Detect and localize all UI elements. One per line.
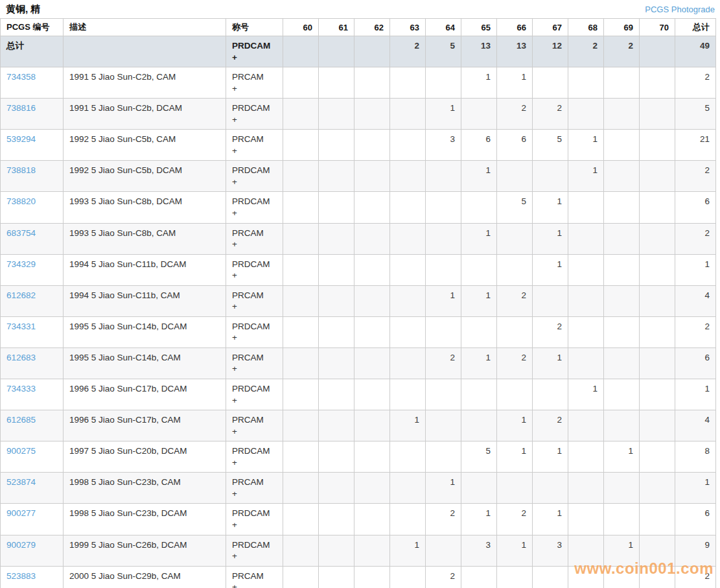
grade-count <box>390 67 426 99</box>
table-row: 6126821994 5 Jiao Sun-C11b, CAMPRCAM +11… <box>1 285 716 316</box>
pcgs-number-cell: 523883 <box>1 566 64 588</box>
row-total: 6 <box>675 347 716 379</box>
grade-count: 1 <box>533 192 568 223</box>
pcgs-number-link[interactable]: 738820 <box>6 196 36 206</box>
grade-count: 1 <box>497 441 533 473</box>
grade-count: 5 <box>461 441 497 473</box>
grade-count <box>283 473 319 504</box>
pcgs-number-link[interactable]: 734331 <box>6 322 36 331</box>
totals-grade-count <box>319 36 354 67</box>
grade-count <box>604 254 640 285</box>
designation: PRDCAM + <box>226 316 283 347</box>
pcgs-number-link[interactable]: 738818 <box>6 165 36 175</box>
pcgs-number-link[interactable]: 900277 <box>6 508 36 518</box>
grade-count <box>426 223 461 254</box>
grade-count <box>319 535 354 566</box>
coin-description: 1996 5 Jiao Sun-C17b, DCAM <box>64 379 226 410</box>
grade-count <box>283 347 319 379</box>
grade-count <box>640 99 675 130</box>
pcgs-number-link[interactable]: 734358 <box>6 72 36 82</box>
grade-count <box>390 285 426 316</box>
pcgs-number-link[interactable]: 734329 <box>6 259 36 269</box>
grade-count <box>604 379 640 410</box>
grade-count <box>497 566 533 588</box>
grade-count <box>568 254 604 285</box>
coin-description: 1993 5 Jiao Sun-C8b, DCAM <box>64 192 226 223</box>
totals-grade-count <box>354 36 390 67</box>
pcgs-number-cell: 900277 <box>1 504 64 535</box>
grade-count: 2 <box>426 504 461 535</box>
grade-count <box>390 192 426 223</box>
grade-count <box>568 347 604 379</box>
grade-count <box>319 473 354 504</box>
grade-count <box>568 223 604 254</box>
grade-count <box>283 192 319 223</box>
grade-count <box>604 316 640 347</box>
grade-count <box>319 192 354 223</box>
grade-count: 1 <box>604 441 640 473</box>
grade-count: 1 <box>461 223 497 254</box>
row-total: 6 <box>675 504 716 535</box>
table-row: 7388201993 5 Jiao Sun-C8b, DCAMPRDCAM +5… <box>1 192 716 223</box>
grade-count: 1 <box>568 130 604 161</box>
designation: PRDCAM + <box>226 504 283 535</box>
designation: PRCAM + <box>226 566 283 588</box>
pcgs-number-link[interactable]: 738816 <box>6 103 36 113</box>
grade-count <box>283 410 319 441</box>
pcgs-number-link[interactable]: 523883 <box>6 571 36 581</box>
pcgs-number-cell: 523874 <box>1 473 64 504</box>
grade-count <box>283 99 319 130</box>
pcgs-number-cell: 612683 <box>1 347 64 379</box>
coin-description: 1998 5 Jiao Sun-C23b, CAM <box>64 473 226 504</box>
grade-column-header: 70 <box>640 19 675 36</box>
pcgs-number-cell: 734329 <box>1 254 64 285</box>
row-total: 1 <box>675 379 716 410</box>
pcgs-number-link[interactable]: 683754 <box>6 228 36 238</box>
pcgs-number-link[interactable]: 734333 <box>6 384 36 394</box>
grade-count: 1 <box>426 285 461 316</box>
grade-column-header: 64 <box>426 19 461 36</box>
designation: PRCAM + <box>226 410 283 441</box>
grade-count <box>604 67 640 99</box>
pcgs-number-link[interactable]: 539294 <box>6 134 36 144</box>
pcgs-number-link[interactable]: 612685 <box>6 415 36 425</box>
row-total: 4 <box>675 285 716 316</box>
pcgs-number-link[interactable]: 612682 <box>6 290 36 300</box>
grade-count <box>390 99 426 130</box>
pcgs-number-link[interactable]: 612683 <box>6 353 36 362</box>
designation: PRDCAM + <box>226 161 283 192</box>
row-total: 9 <box>675 535 716 566</box>
grade-count <box>390 223 426 254</box>
coin-description: 1994 5 Jiao Sun-C11b, DCAM <box>64 254 226 285</box>
designation: PRCAM + <box>226 285 283 316</box>
grade-count: 1 <box>390 410 426 441</box>
grade-column-header: 66 <box>497 19 533 36</box>
coin-description: 1995 5 Jiao Sun-C14b, CAM <box>64 347 226 379</box>
grade-count <box>640 504 675 535</box>
pcgs-number-link[interactable]: 900279 <box>6 540 36 550</box>
photograde-link[interactable]: PCGS Photograde <box>645 5 715 14</box>
totals-grade-count: 12 <box>533 36 568 67</box>
grade-count <box>604 410 640 441</box>
grade-count <box>568 316 604 347</box>
row-total: 2 <box>675 223 716 254</box>
row-total: 8 <box>675 441 716 473</box>
row-total: 1 <box>675 254 716 285</box>
grade-count <box>319 285 354 316</box>
row-total: 2 <box>675 566 716 588</box>
grade-count <box>604 192 640 223</box>
grade-count <box>354 504 390 535</box>
grade-count: 1 <box>461 347 497 379</box>
grade-count <box>640 379 675 410</box>
grade-count: 6 <box>497 130 533 161</box>
grade-count <box>640 410 675 441</box>
grade-count <box>283 504 319 535</box>
grade-count <box>604 504 640 535</box>
grade-count <box>354 441 390 473</box>
pcgs-number-link[interactable]: 523874 <box>6 477 36 487</box>
grade-count <box>319 67 354 99</box>
pcgs-number-link[interactable]: 900275 <box>6 446 36 456</box>
grade-count <box>354 316 390 347</box>
grade-column-header: 63 <box>390 19 426 36</box>
designation: PRDCAM + <box>226 535 283 566</box>
